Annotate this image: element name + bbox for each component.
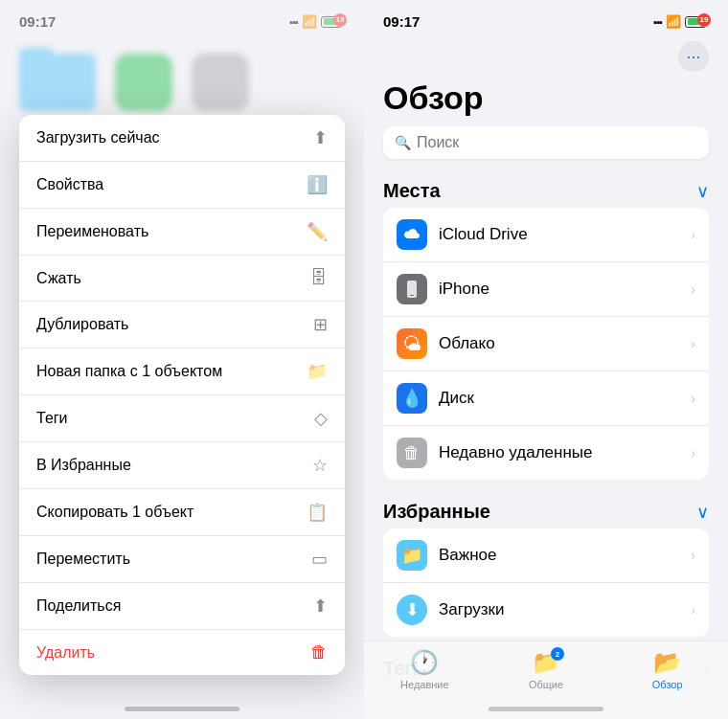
page-title: Обзор	[383, 79, 709, 117]
trash-icon: 🗑	[310, 642, 328, 663]
tab-obzor-icon: 📂	[653, 649, 682, 676]
search-input[interactable]	[417, 134, 697, 151]
search-bar[interactable]: 🔍	[383, 126, 709, 159]
tab-obshie-badge: 2	[551, 647, 564, 661]
menu-item-properties[interactable]: Свойства ℹ️	[19, 162, 345, 209]
menu-item-properties-label: Свойства	[36, 176, 103, 193]
tab-obshie-label: Общие	[529, 679, 563, 690]
menu-item-rename-label: Переименовать	[36, 223, 148, 240]
disk-icon: 💧	[397, 383, 427, 414]
menu-item-new-folder-label: Новая папка с 1 объектом	[36, 363, 222, 380]
copy-icon: 📋	[307, 502, 328, 523]
row-icloud[interactable]: iCloud Drive ›	[383, 208, 709, 262]
main-content: Места ∨ iCloud Drive ›	[364, 174, 728, 719]
row-iphone[interactable]: iPhone ›	[383, 262, 709, 317]
row-icloud-label: iCloud Drive	[439, 225, 679, 244]
pencil-icon: ✏️	[307, 221, 328, 242]
tab-obzor[interactable]: 📂 Обзор	[606, 649, 728, 690]
tab-obshie[interactable]: 📁 2 Общие	[486, 649, 607, 690]
right-home-indicator	[489, 707, 603, 711]
row-iphone-chevron: ›	[691, 281, 695, 297]
menu-item-duplicate-label: Дублировать	[36, 316, 128, 333]
menu-item-favorites[interactable]: В Избранные ☆	[19, 442, 345, 489]
menu-item-copy-label: Скопировать 1 объект	[36, 504, 193, 521]
star-icon: ☆	[312, 455, 328, 476]
oblako-icon: 🌤	[397, 328, 427, 359]
right-battery-icon: 19	[685, 16, 709, 28]
row-oblako-chevron: ›	[691, 336, 695, 351]
row-downloads-chevron: ›	[691, 602, 695, 618]
menu-item-compress[interactable]: Сжать 🗄	[19, 256, 345, 302]
section-mesta: Места ∨ iCloud Drive ›	[383, 174, 709, 480]
menu-item-tags[interactable]: Теги ◇	[19, 395, 345, 442]
tag-icon: ◇	[314, 408, 328, 429]
page-heading: Обзор	[364, 79, 728, 126]
row-vazhnoe[interactable]: 📁 Важное ›	[383, 528, 709, 583]
menu-item-tags-label: Теги	[36, 410, 68, 427]
row-disk-label: Диск	[439, 389, 679, 408]
menu-item-delete-label: Удалить	[36, 644, 95, 662]
row-icloud-chevron: ›	[691, 227, 695, 242]
menu-item-upload[interactable]: Загрузить сейчас ⬆	[19, 115, 345, 162]
right-phone: 09:17 ▪▪▪ 📶 19 ··· Обзор 🔍	[364, 0, 728, 719]
menu-item-move-label: Переместить	[36, 550, 130, 568]
section-izbrannye-header: Избранные ∨	[383, 495, 709, 528]
row-downloads-label: Загрузки	[439, 600, 679, 619]
row-downloads[interactable]: ⬇ Загрузки ›	[383, 583, 709, 637]
trash-row-icon: 🗑	[397, 438, 427, 468]
menu-item-delete[interactable]: Удалить 🗑	[19, 630, 345, 675]
new-folder-icon: 📁	[307, 361, 328, 382]
right-wifi-icon: 📶	[666, 14, 681, 29]
section-mesta-title: Места	[383, 180, 441, 202]
row-iphone-label: iPhone	[439, 280, 679, 299]
search-icon: 🔍	[395, 135, 411, 150]
section-izbrannye-chevron[interactable]: ∨	[696, 502, 709, 523]
row-oblako-label: Облако	[439, 334, 679, 353]
mesta-list: iCloud Drive › iPhone › 🌤 Облако	[383, 208, 709, 480]
menu-item-move[interactable]: Переместить ▭	[19, 536, 345, 583]
tab-obshie-badge-wrapper: 📁 2	[532, 649, 560, 676]
compress-icon: 🗄	[310, 268, 328, 288]
section-mesta-header: Места ∨	[383, 174, 709, 208]
section-izbrannye-title: Избранные	[383, 501, 490, 523]
menu-item-new-folder[interactable]: Новая папка с 1 объектом 📁	[19, 348, 345, 395]
menu-item-rename[interactable]: Переименовать ✏️	[19, 209, 345, 256]
iphone-icon	[397, 274, 427, 304]
left-home-indicator	[125, 707, 239, 711]
tab-nedavnie-icon: 🕐	[410, 649, 439, 676]
more-button[interactable]: ···	[678, 41, 709, 72]
right-time: 09:17	[383, 13, 420, 30]
menu-item-favorites-label: В Избранные	[36, 457, 131, 474]
right-status-bar: 09:17 ▪▪▪ 📶 19	[364, 0, 728, 34]
section-mesta-chevron[interactable]: ∨	[696, 181, 709, 202]
right-signal-icon: ▪▪▪	[653, 16, 662, 28]
move-icon: ▭	[311, 549, 328, 570]
menu-item-upload-label: Загрузить сейчас	[36, 129, 160, 146]
page-title-area: ···	[364, 34, 728, 79]
left-phone: 09:17 ▪▪▪ 📶 19 Загрузить се	[0, 0, 364, 719]
tab-nedavnie[interactable]: 🕐 Недавние	[364, 649, 486, 690]
row-vazhnoe-chevron: ›	[691, 548, 695, 563]
menu-item-share[interactable]: Поделиться ⬆	[19, 583, 345, 630]
menu-item-compress-label: Сжать	[36, 270, 81, 287]
row-vazhnoe-label: Важное	[439, 546, 679, 565]
duplicate-icon: ⊞	[313, 314, 328, 335]
context-menu: Загрузить сейчас ⬆ Свойства ℹ️ Переимено…	[19, 115, 345, 675]
vazhnoe-icon: 📁	[397, 540, 427, 571]
tab-obzor-label: Обзор	[652, 679, 683, 690]
row-recently-deleted-chevron: ›	[691, 445, 695, 461]
row-recently-deleted[interactable]: 🗑 Недавно удаленные ›	[383, 426, 709, 480]
menu-item-duplicate[interactable]: Дублировать ⊞	[19, 302, 345, 348]
menu-item-share-label: Поделиться	[36, 597, 121, 615]
row-recently-deleted-label: Недавно удаленные	[439, 443, 679, 462]
info-icon: ℹ️	[307, 174, 328, 195]
section-izbrannye: Избранные ∨ 📁 Важное › ⬇ Загрузки ›	[383, 495, 709, 637]
row-disk[interactable]: 💧 Диск ›	[383, 371, 709, 426]
downloads-icon: ⬇	[397, 595, 427, 625]
menu-item-copy[interactable]: Скопировать 1 объект 📋	[19, 489, 345, 536]
izbrannye-list: 📁 Важное › ⬇ Загрузки ›	[383, 528, 709, 637]
share-icon: ⬆	[313, 595, 328, 617]
row-oblako[interactable]: 🌤 Облако ›	[383, 317, 709, 371]
upload-icon: ⬆	[313, 127, 328, 148]
row-disk-chevron: ›	[691, 391, 695, 406]
